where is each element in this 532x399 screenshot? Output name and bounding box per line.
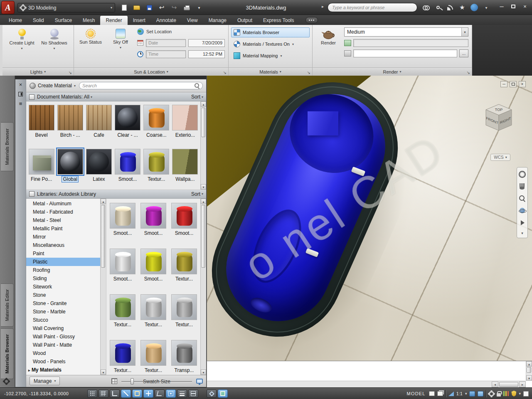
grid-toggle[interactable] [99,389,108,398]
sky-off-button[interactable]: Sky Off ▾ [107,27,134,67]
library-swatch-textur-9[interactable]: Textur... [169,294,200,331]
orbit-icon[interactable] [519,207,526,214]
tab-output[interactable]: Output [232,16,258,25]
scroll-up-icon[interactable]: ▴ [101,199,106,204]
qp-toggle[interactable] [188,389,198,398]
side-tab-materials-browser-2[interactable]: Materials Browser [1,328,14,379]
model-space-label[interactable]: MODEL [407,391,426,396]
snap-toggle[interactable] [87,389,97,398]
document-swatch-latex-9[interactable]: Latex [84,149,113,189]
infocenter-search-input[interactable] [328,3,417,12]
scroll-up-icon[interactable]: ▴ [201,101,206,107]
library-category-paint[interactable]: Paint [26,249,100,258]
library-category-my-materials[interactable]: ▸ My Materials [26,366,100,374]
library-swatch-textur-6[interactable]: Textur... [169,249,200,285]
library-swatch-textur-7[interactable]: Textur... [107,294,138,331]
maximize-button[interactable] [508,2,519,11]
library-category-metal-fabricated[interactable]: Metal - Fabricated [26,208,100,216]
date-value-field[interactable]: 7/20/2009 [188,39,225,47]
command-vertical-scrollbar[interactable]: ▴ ▾ [526,361,532,381]
library-category-metallic-paint[interactable]: Metallic Paint [26,224,100,233]
library-swatch-textur-10[interactable]: Textur... [107,340,138,377]
tab-view[interactable]: View [182,16,203,25]
sun-status-button[interactable]: Sun Status [77,27,104,67]
drawing-viewport[interactable]: o nel CAD ─ × TOP FRONT RIGHT WCS ▾ ▾ [207,76,532,361]
otrack-toggle[interactable] [143,389,153,398]
viewcube-top-face[interactable]: TOP [495,108,502,112]
communication-center-icon[interactable] [446,3,455,12]
ducs-toggle[interactable] [155,389,165,398]
favorites-star-icon[interactable] [458,3,467,12]
selection-cycling-toggle[interactable] [218,389,228,398]
slider-thumb[interactable] [131,378,134,384]
lwt-toggle[interactable] [177,389,187,398]
chevron-down-icon[interactable]: ▾ [465,392,467,396]
library-category-wood-panels[interactable]: Wood - Panels [26,357,100,366]
trusted-dwg-shield-icon[interactable] [511,391,516,397]
tab-mesh[interactable]: Mesh [77,16,100,25]
library-category-wall-covering[interactable]: Wall Covering [26,324,100,332]
tab-express-tools[interactable]: Express Tools [258,16,299,25]
library-category-stone[interactable]: Stone [26,291,100,299]
document-swatch-fine-po-7[interactable]: Fine Po... [27,149,56,189]
annotation-visibility-icon[interactable] [469,391,475,397]
library-category-miscellaneous[interactable]: Miscellaneous [26,241,100,249]
library-category-plastic[interactable]: Plastic [26,258,100,266]
document-swatch-smoot-10[interactable]: Smoot... [113,149,142,189]
panel-launcher-icon[interactable]: ↘ [467,70,470,75]
drawing-restore-button[interactable] [510,81,517,87]
library-category-wall-paint-glossy[interactable]: Wall Paint - Glossy [26,332,100,341]
library-swatch-textur-11[interactable]: Textur... [138,340,169,377]
scrollbar-thumb[interactable] [499,382,518,387]
render-panel-label[interactable]: Render▾ ↘ [313,67,472,76]
render-save-icon[interactable] [344,50,351,57]
sort-button[interactable]: Sort [191,94,200,100]
document-swatch-coarse-5[interactable]: Coarse... [142,105,171,145]
scrollbar-thumb[interactable] [201,108,205,137]
redo-icon[interactable] [169,2,180,12]
no-shadows-button[interactable]: No Shadows ▾ [41,27,68,67]
side-tab-materials-editor[interactable]: Materials Editor [1,283,14,327]
clean-screen-icon[interactable] [523,391,529,397]
set-location-button[interactable]: Set Location [137,27,225,36]
document-swatch-bevel-1[interactable]: Bevel [27,105,56,145]
help-icon[interactable] [470,3,479,12]
display-options-icon[interactable] [196,379,203,384]
document-materials-bar[interactable]: Document Materials: All ▾ Sort ▾ [26,92,206,101]
library-swatch-smoot-2[interactable]: Smoot... [138,203,169,239]
save-icon[interactable] [144,2,155,12]
scroll-up-icon[interactable]: ▴ [201,199,206,204]
library-category-mirror[interactable]: Mirror [26,233,100,241]
ortho-toggle[interactable] [110,389,120,398]
view-type-icon[interactable] [111,378,117,384]
libraries-bar[interactable]: Libraries: Autodesk Library Sort ▾ [26,190,206,199]
scroll-down-icon[interactable]: ▾ [201,184,206,190]
render-filename-field[interactable] [353,49,457,57]
tab-annotate[interactable]: Annotate [151,16,182,25]
library-grid-scrollbar[interactable]: ▴ ▾ [200,199,206,375]
document-swatch-birch-2[interactable]: Birch - ... [56,105,84,145]
viewcube[interactable]: TOP FRONT RIGHT [483,102,515,136]
panel-launcher-icon[interactable]: ↘ [69,70,72,75]
new-file-icon[interactable] [119,2,130,12]
chevron-down-icon[interactable]: ▾ [91,95,92,99]
sort-button[interactable]: Sort [191,191,200,197]
library-swatch-transp-12[interactable]: Transp... [169,340,200,377]
osnap-toggle[interactable] [132,389,142,398]
minimize-button[interactable]: ─ [496,2,507,11]
scroll-up-icon[interactable]: ▴ [526,361,532,367]
create-material-button[interactable]: Create Material ▾ [30,83,76,89]
materials-browser-button[interactable]: Materials Browser [231,27,310,37]
workspace-switcher[interactable]: 3D Modeling ▾ [17,3,115,12]
render-button[interactable]: Render [316,27,341,67]
render-quality-select[interactable]: Medium ▾ [344,27,468,37]
command-horizontal-scrollbar[interactable]: ◂ ▸ [207,381,526,387]
library-category-siding[interactable]: Siding [26,274,100,283]
toolbar-lock-icon[interactable] [497,393,501,397]
palette-properties-icon[interactable]: ≡ [17,100,25,107]
document-swatch-exterio-6[interactable]: Exterio... [171,105,200,145]
zoom-icon[interactable] [519,195,526,202]
feedback-icon[interactable] [305,17,318,23]
qat-customize-chevron-icon[interactable] [194,2,204,12]
library-swatch-smoot-5[interactable]: Smoot... [138,249,169,285]
